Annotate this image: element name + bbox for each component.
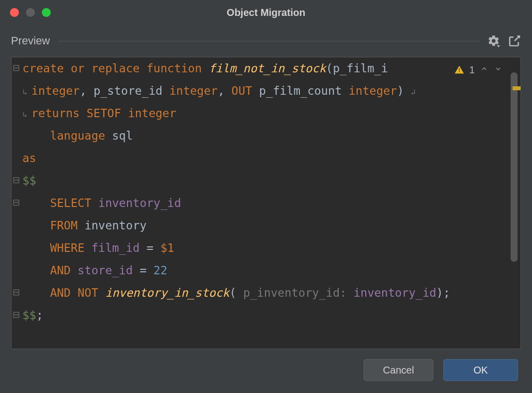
code-token: (: [326, 62, 333, 75]
code-editor[interactable]: ⊟⊟⊟⊟⊟ create or replace function film_no…: [11, 57, 521, 349]
svg-marker-0: [497, 45, 501, 47]
fold-toggle[interactable]: ⊟: [12, 63, 20, 72]
vertical-scrollbar[interactable]: [511, 72, 518, 262]
code-line[interactable]: ↳integer, p_store_id integer, OUT p_film…: [22, 80, 507, 102]
code-token: sql: [112, 129, 133, 142]
code-line[interactable]: AND store_id = 22: [22, 259, 507, 282]
code-token: WHERE: [22, 241, 91, 254]
fold-toggle[interactable]: ⊟: [12, 310, 20, 319]
object-migration-dialog: Object Migration Preview ⊟⊟⊟⊟⊟ create or…: [0, 0, 532, 393]
editor-gutter: ⊟⊟⊟⊟⊟: [11, 57, 22, 349]
open-in-new-icon: [508, 34, 521, 47]
code-token: OUT: [232, 84, 259, 97]
fold-toggle[interactable]: ⊟: [12, 288, 20, 297]
code-line[interactable]: ↳returns SETOF integer: [22, 102, 507, 125]
code-line[interactable]: FROM inventory: [22, 214, 507, 237]
preview-panel-header: Preview: [0, 25, 532, 55]
prev-highlight-button[interactable]: [480, 65, 489, 75]
code-token: inventory: [85, 219, 147, 232]
ok-button[interactable]: OK: [443, 359, 518, 381]
code-token: ): [397, 84, 411, 97]
code-token: p_film_count: [259, 84, 349, 97]
open-in-editor-button[interactable]: [508, 34, 521, 47]
window-title: Object Migration: [0, 7, 532, 18]
separator: [58, 41, 480, 41]
code-line[interactable]: WHERE film_id = $1: [22, 237, 507, 259]
warning-count: 1: [469, 64, 475, 76]
code-content[interactable]: create or replace function film_not_in_s…: [22, 57, 507, 349]
preview-panel-title: Preview: [11, 34, 58, 47]
error-stripe-marker[interactable]: [513, 86, 521, 90]
code-token: $1: [160, 241, 174, 254]
fold-toggle[interactable]: ⊟: [12, 176, 20, 185]
settings-button[interactable]: [487, 34, 500, 47]
code-token: ↲: [411, 81, 420, 103]
code-token: p_store_id: [94, 84, 169, 97]
code-token: );: [436, 286, 450, 299]
close-window-button[interactable]: [10, 8, 19, 17]
minimize-window-button[interactable]: [26, 8, 35, 17]
code-token: =: [139, 241, 160, 254]
code-token: integer: [128, 107, 176, 120]
code-line[interactable]: language sql: [22, 125, 507, 147]
warning-icon: [454, 65, 464, 75]
code-token: returns SETOF: [31, 107, 128, 120]
code-token: inventory_id: [98, 196, 181, 209]
code-token: p_film_i: [333, 62, 388, 75]
code-token: inventory_in_stock: [105, 286, 229, 299]
code-token: integer: [349, 84, 397, 97]
code-token: as: [22, 152, 36, 165]
code-line[interactable]: SELECT inventory_id: [22, 192, 507, 214]
chevron-up-icon: [480, 65, 488, 73]
code-token: AND NOT: [22, 286, 105, 299]
code-token: ,: [80, 84, 94, 97]
code-token: =: [133, 264, 154, 277]
code-token: create or replace function: [22, 62, 209, 75]
code-token: ↳: [22, 103, 31, 126]
code-token: film_not_in_stock: [209, 62, 326, 75]
code-token: film_id: [91, 241, 139, 254]
window-controls: [0, 8, 51, 17]
code-token: ↳: [22, 81, 31, 103]
titlebar: Object Migration: [0, 0, 532, 25]
code-token: integer: [169, 84, 218, 97]
code-line[interactable]: $$;: [22, 304, 507, 327]
code-token: AND: [22, 264, 78, 277]
gear-icon: [487, 34, 500, 47]
code-token: language: [22, 129, 112, 142]
next-highlight-button[interactable]: [494, 65, 503, 75]
inspection-summary: 1: [451, 62, 506, 77]
code-token: inventory_id: [354, 286, 436, 299]
chevron-down-icon: [494, 65, 502, 73]
code-token: $$: [22, 174, 36, 187]
code-token: integer: [31, 84, 80, 97]
code-token: $$: [22, 309, 36, 322]
zoom-window-button[interactable]: [42, 8, 51, 17]
code-token: FROM: [22, 219, 85, 232]
dialog-footer: Cancel OK: [0, 358, 532, 393]
code-token: (: [229, 286, 243, 299]
code-line[interactable]: create or replace function film_not_in_s…: [22, 57, 507, 80]
code-token: ,: [218, 84, 232, 97]
code-token: p_inventory_id:: [243, 286, 354, 299]
code-line[interactable]: as: [22, 147, 507, 170]
fold-toggle[interactable]: ⊟: [12, 198, 20, 207]
code-line[interactable]: AND NOT inventory_in_stock( p_inventory_…: [22, 282, 507, 304]
code-token: SELECT: [22, 196, 98, 209]
code-token: store_id: [78, 264, 133, 277]
code-token: ;: [36, 309, 43, 322]
code-token: 22: [153, 264, 167, 277]
cancel-button[interactable]: Cancel: [364, 359, 433, 381]
code-line[interactable]: $$: [22, 170, 507, 192]
